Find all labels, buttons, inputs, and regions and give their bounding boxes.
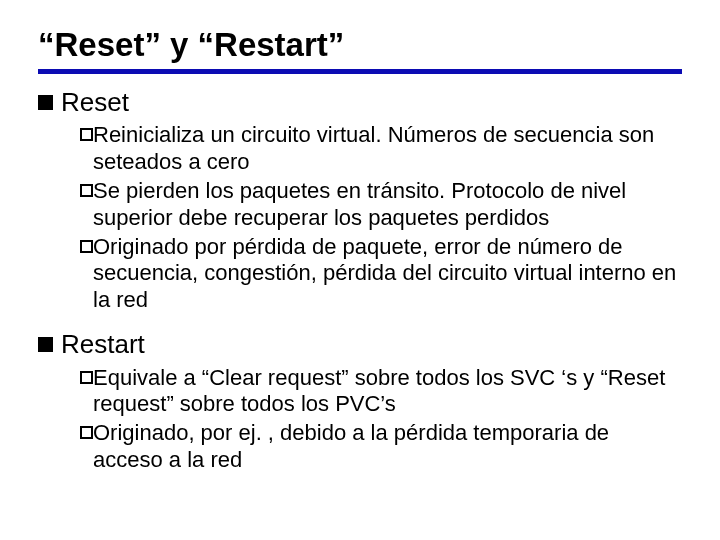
section-restart: Restart Equivale a “Clear request” sobre…: [38, 330, 682, 474]
sublist: Reinicializa un circuito virtual. Número…: [38, 122, 682, 314]
list-item: Equivale a “Clear request” sobre todos l…: [80, 365, 682, 419]
slide-title: “Reset” y “Restart”: [38, 28, 682, 63]
sublist: Equivale a “Clear request” sobre todos l…: [38, 365, 682, 474]
hollow-square-bullet-icon: [80, 371, 93, 384]
hollow-square-bullet-icon: [80, 240, 93, 253]
list-item: Originado, por ej. , debido a la pérdida…: [80, 420, 682, 474]
square-bullet-icon: [38, 95, 53, 110]
section-heading: Reset: [61, 88, 129, 117]
list-item-text: Originado por pérdida de paquete, error …: [93, 234, 682, 314]
list-item: Reinicializa un circuito virtual. Número…: [80, 122, 682, 176]
list-item-text: Reinicializa un circuito virtual. Número…: [93, 122, 682, 176]
section-reset: Reset Reinicializa un circuito virtual. …: [38, 88, 682, 314]
list-item-text: Se pierden los paquetes en tránsito. Pro…: [93, 178, 682, 232]
list-item: Se pierden los paquetes en tránsito. Pro…: [80, 178, 682, 232]
list-item-text: Equivale a “Clear request” sobre todos l…: [93, 365, 682, 419]
slide: “Reset” y “Restart” Reset Reinicializa u…: [0, 0, 720, 540]
list-item: Reset: [38, 88, 682, 117]
hollow-square-bullet-icon: [80, 184, 93, 197]
title-underline: “Reset” y “Restart”: [38, 28, 682, 74]
hollow-square-bullet-icon: [80, 128, 93, 141]
hollow-square-bullet-icon: [80, 426, 93, 439]
list-item: Originado por pérdida de paquete, error …: [80, 234, 682, 314]
square-bullet-icon: [38, 337, 53, 352]
list-item-text: Originado, por ej. , debido a la pérdida…: [93, 420, 682, 474]
section-heading: Restart: [61, 330, 145, 359]
list-item: Restart: [38, 330, 682, 359]
